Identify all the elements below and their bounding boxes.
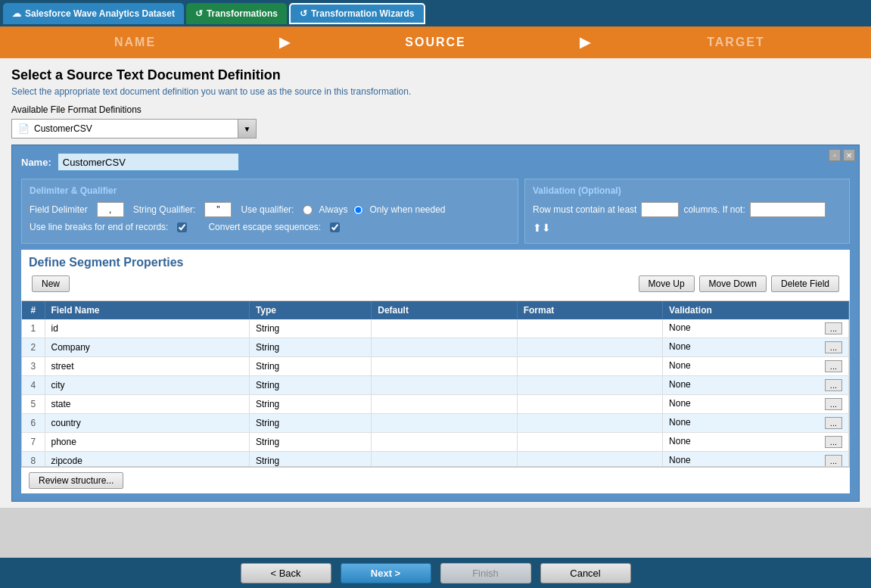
define-title: Define Segment Properties bbox=[29, 256, 842, 269]
use-line-breaks-label: Use line breaks for end of records: bbox=[30, 222, 168, 232]
file-format-value: CustomerCSV bbox=[34, 123, 92, 134]
table-row[interactable]: 1 id String None ... bbox=[22, 319, 849, 338]
delete-field-button[interactable]: Delete Field bbox=[771, 275, 839, 292]
delimiter-box: Delimiter & Qualifier Field Delimiter St… bbox=[21, 179, 518, 244]
table-row[interactable]: 3 street String None ... bbox=[22, 357, 849, 376]
table-row[interactable]: 8 zipcode String None ... bbox=[22, 452, 849, 468]
cell-validation: None ... bbox=[663, 319, 849, 338]
columns-count-input[interactable] bbox=[641, 202, 679, 217]
page-subtitle: Select the appropriate text document def… bbox=[11, 86, 860, 97]
cell-default bbox=[372, 357, 517, 376]
breadcrumb-source[interactable]: SOURCE bbox=[300, 26, 571, 58]
action-btn-group: Move Up Move Down Delete Field bbox=[639, 275, 839, 292]
qualifier-radio-group: Always Only when needed bbox=[303, 204, 445, 215]
two-panel-row: Delimiter & Qualifier Field Delimiter St… bbox=[21, 179, 850, 244]
breadcrumb-nav: NAME ▶ SOURCE ▶ TARGET bbox=[0, 26, 871, 58]
validation-action-input[interactable] bbox=[750, 202, 826, 217]
cell-type: String bbox=[249, 319, 371, 338]
delimiter-row-2: Use line breaks for end of records: Conv… bbox=[30, 222, 510, 232]
move-up-button[interactable]: Move Up bbox=[639, 275, 695, 292]
tab-salesforce[interactable]: ☁ Salesforce Wave Analytics Dataset bbox=[3, 3, 184, 24]
define-section: Define Segment Properties New Move Up Mo… bbox=[21, 250, 850, 493]
cloud-icon: ☁ bbox=[12, 8, 21, 19]
col-type: Type bbox=[249, 301, 371, 319]
cell-num: 6 bbox=[22, 414, 45, 433]
col-default: Default bbox=[372, 301, 517, 319]
columns-if-not-label: columns. If not: bbox=[683, 204, 745, 215]
tab-transformations-label: Transformations bbox=[207, 8, 278, 19]
cell-format bbox=[517, 452, 662, 468]
cell-type: String bbox=[249, 357, 371, 376]
row-dots-btn[interactable]: ... bbox=[825, 436, 842, 448]
cell-type: String bbox=[249, 338, 371, 357]
cell-validation: None ... bbox=[663, 357, 849, 376]
field-delimiter-label: Field Delimiter bbox=[30, 204, 88, 215]
define-header: Define Segment Properties New Move Up Mo… bbox=[21, 250, 850, 300]
table-row[interactable]: 5 state String None ... bbox=[22, 395, 849, 414]
review-structure-button[interactable]: Review structure... bbox=[29, 472, 123, 489]
cell-field: state bbox=[45, 395, 249, 414]
panel-close-btn[interactable]: ✕ bbox=[843, 149, 855, 161]
cell-type: String bbox=[249, 433, 371, 452]
tab-bar: ☁ Salesforce Wave Analytics Dataset ↺ Tr… bbox=[0, 0, 871, 26]
table-wrapper: # Field Name Type Default Format Validat… bbox=[21, 300, 850, 467]
qualifier-when-needed-radio[interactable] bbox=[353, 205, 363, 215]
table-row[interactable]: 4 city String None ... bbox=[22, 376, 849, 395]
cell-type: String bbox=[249, 452, 371, 468]
row-must-contain-label: Row must contain at least bbox=[533, 204, 636, 215]
tab-transformations[interactable]: ↺ Transformations bbox=[186, 3, 287, 24]
cell-validation: None ... bbox=[663, 395, 849, 414]
table-row[interactable]: 6 country String None ... bbox=[22, 414, 849, 433]
name-input[interactable] bbox=[58, 153, 239, 171]
row-dots-btn[interactable]: ... bbox=[825, 398, 842, 410]
panel-minimize-btn[interactable]: ▫ bbox=[829, 149, 841, 161]
validation-legend: Validation (Optional) bbox=[533, 185, 841, 196]
file-format-dropdown-btn[interactable]: ▼ bbox=[238, 119, 257, 138]
cancel-button[interactable]: Cancel bbox=[540, 563, 631, 583]
table-row[interactable]: 7 phone String None ... bbox=[22, 433, 849, 452]
field-delimiter-input[interactable] bbox=[97, 202, 124, 217]
page-title: Select a Source Text Document Definition bbox=[11, 67, 860, 83]
data-table: # Field Name Type Default Format Validat… bbox=[22, 301, 849, 467]
transform-icon: ↺ bbox=[195, 8, 203, 19]
new-button[interactable]: New bbox=[32, 275, 70, 292]
convert-escape-checkbox[interactable] bbox=[330, 222, 340, 232]
cell-num: 3 bbox=[22, 357, 45, 376]
breadcrumb-target[interactable]: TARGET bbox=[601, 26, 871, 58]
breadcrumb-name[interactable]: NAME bbox=[0, 26, 270, 58]
validation-spinner[interactable]: ⬆⬇ bbox=[533, 222, 551, 234]
cell-default bbox=[372, 319, 517, 338]
toolbar-row: New Move Up Move Down Delete Field bbox=[29, 275, 842, 292]
file-icon: 📄 bbox=[18, 123, 30, 134]
tab-wizard[interactable]: ↺ Transformation Wizards bbox=[289, 3, 425, 24]
cell-num: 1 bbox=[22, 319, 45, 338]
qualifier-always-radio[interactable] bbox=[303, 205, 313, 215]
table-header: # Field Name Type Default Format Validat… bbox=[22, 301, 849, 319]
row-dots-btn[interactable]: ... bbox=[825, 360, 842, 372]
row-dots-btn[interactable]: ... bbox=[825, 455, 842, 467]
row-dots-btn[interactable]: ... bbox=[825, 322, 842, 334]
move-down-button[interactable]: Move Down bbox=[699, 275, 767, 292]
file-format-label: Available File Format Definitions bbox=[11, 104, 860, 115]
col-field-name: Field Name bbox=[45, 301, 249, 319]
qualifier-when-needed-label[interactable]: Only when needed bbox=[369, 204, 445, 215]
row-dots-btn[interactable]: ... bbox=[825, 379, 842, 391]
table-row[interactable]: 2 Company String None ... bbox=[22, 338, 849, 357]
cell-type: String bbox=[249, 395, 371, 414]
row-dots-btn[interactable]: ... bbox=[825, 417, 842, 429]
bottom-bar: < Back Next > Finish Cancel bbox=[0, 558, 871, 588]
cell-field: phone bbox=[45, 433, 249, 452]
row-dots-btn[interactable]: ... bbox=[825, 341, 842, 353]
qualifier-always-label[interactable]: Always bbox=[319, 204, 347, 215]
next-button[interactable]: Next > bbox=[341, 563, 431, 583]
convert-escape-label: Convert escape sequences: bbox=[208, 222, 321, 232]
back-button[interactable]: < Back bbox=[241, 563, 331, 583]
col-format: Format bbox=[517, 301, 662, 319]
file-format-select[interactable]: 📄 CustomerCSV bbox=[11, 119, 238, 138]
name-row: Name: bbox=[21, 153, 850, 171]
string-qualifier-input[interactable] bbox=[204, 202, 232, 217]
cell-field: street bbox=[45, 357, 249, 376]
cell-format bbox=[517, 433, 662, 452]
cell-validation: None ... bbox=[663, 433, 849, 452]
use-line-breaks-checkbox[interactable] bbox=[177, 222, 187, 232]
